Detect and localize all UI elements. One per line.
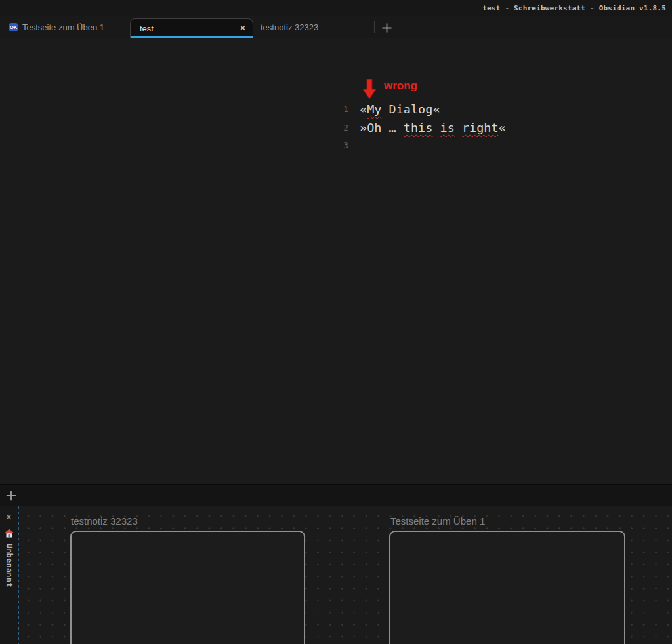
canvas-pane: × Unbenannt testnotiz 32323 Testseite zu… <box>0 506 672 644</box>
stacked-tab-header[interactable]: × Unbenannt <box>0 506 18 644</box>
plus-icon <box>382 23 392 33</box>
line-number: 2 <box>336 119 348 137</box>
tab-label: test <box>140 24 154 33</box>
home-icon <box>5 529 14 538</box>
text-segment <box>432 121 440 134</box>
ok-badge-icon: OK <box>9 23 18 31</box>
editor-line-3[interactable]: 3 <box>336 136 506 155</box>
annotation-text: wrong <box>384 79 417 92</box>
canvas-card[interactable] <box>70 531 305 644</box>
tab-bar: OK Testseite zum Üben 1 test × testnotiz… <box>0 16 672 38</box>
misspelled-word: this <box>404 121 433 134</box>
tab-label: testnotiz 32323 <box>261 22 318 32</box>
text-segment: « <box>360 102 367 116</box>
down-arrow-icon <box>362 79 377 100</box>
tab-test-active[interactable]: test × <box>130 18 253 38</box>
text-segment: Dialog« <box>381 102 440 116</box>
annotation-overlay: wrong <box>362 79 506 100</box>
bottom-pane-tab-strip <box>0 484 672 506</box>
canvas-card-label[interactable]: testnotiz 32323 <box>71 515 138 527</box>
canvas-card[interactable] <box>389 531 625 644</box>
new-tab-button[interactable] <box>377 18 396 37</box>
text-segment: « <box>499 121 506 134</box>
line-text: »Oh … this is right« <box>360 119 506 137</box>
close-icon[interactable]: × <box>6 512 12 523</box>
line-text: «My Dialog« <box>360 100 440 119</box>
window-title: test - Schreibwerkstatt - Obsidian v1.8.… <box>482 4 666 12</box>
misspelled-word: My <box>367 102 381 116</box>
text-segment <box>455 121 462 134</box>
editor-line-1[interactable]: 1 «My Dialog« <box>336 100 506 119</box>
misspelled-word: is <box>440 121 455 134</box>
line-number: 3 <box>336 136 348 155</box>
editor-content: wrong 1 «My Dialog« 2 »Oh … this is righ… <box>336 79 506 155</box>
tabbar-divider <box>374 21 375 33</box>
line-number: 1 <box>336 100 348 119</box>
canvas-surface[interactable]: testnotiz 32323 Testseite zum Üben 1 <box>19 506 672 644</box>
window-titlebar: test - Schreibwerkstatt - Obsidian v1.8.… <box>0 0 672 16</box>
markdown-editor[interactable]: wrong 1 «My Dialog« 2 »Oh … this is righ… <box>0 38 672 484</box>
tab-label: Testseite zum Üben 1 <box>22 22 104 32</box>
pane-tab-title[interactable]: Unbenannt <box>5 544 14 588</box>
new-tab-button-bottom[interactable] <box>2 487 20 505</box>
misspelled-word: right <box>462 121 499 134</box>
plus-icon <box>6 491 16 501</box>
text-segment: »Oh … <box>360 121 404 134</box>
editor-line-2[interactable]: 2 »Oh … this is right« <box>336 119 506 137</box>
close-icon[interactable]: × <box>240 22 246 35</box>
tab-testseite-zum-ueben-1[interactable]: OK Testseite zum Üben 1 <box>5 16 125 38</box>
canvas-card-label[interactable]: Testseite zum Üben 1 <box>390 515 485 527</box>
tab-testnotiz-32323[interactable]: testnotiz 32323 <box>253 16 370 38</box>
